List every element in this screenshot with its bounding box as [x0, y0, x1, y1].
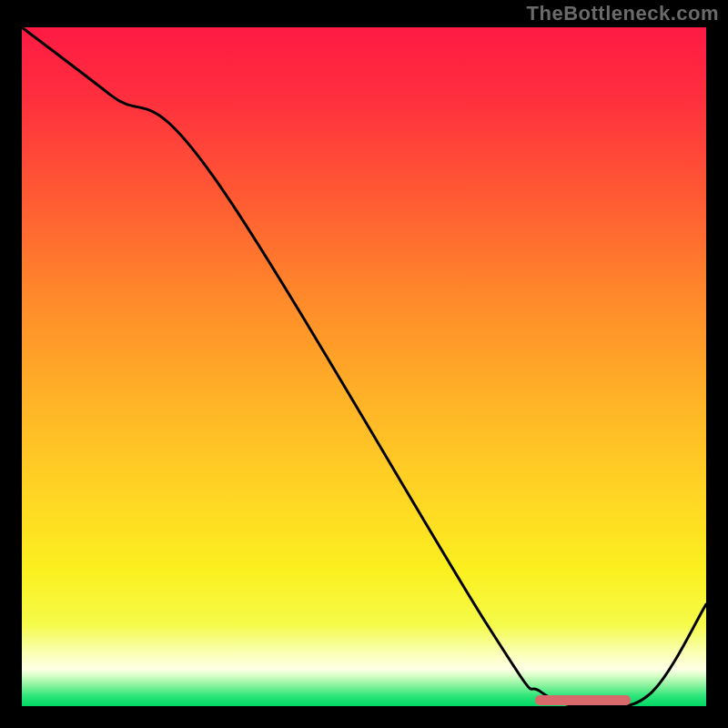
svg-rect-0 — [22, 27, 706, 706]
watermark-text: TheBottleneck.com — [527, 2, 719, 25]
optimal-range-bar — [535, 695, 631, 705]
root: TheBottleneck.com — [0, 0, 728, 728]
plot-frame — [22, 27, 706, 706]
heat-gradient — [22, 27, 706, 706]
